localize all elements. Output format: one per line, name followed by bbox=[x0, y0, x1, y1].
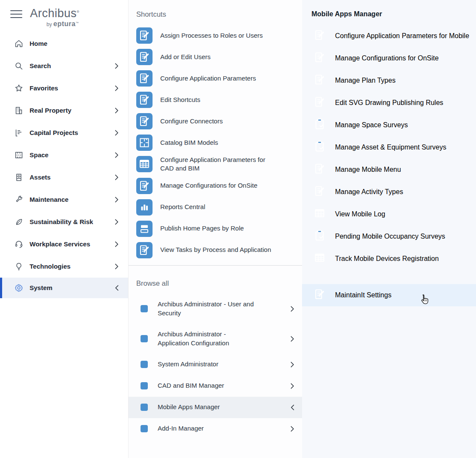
shortcut-item-label: Edit Shortcuts bbox=[160, 96, 200, 104]
edit-icon bbox=[311, 183, 328, 201]
sidebar-item[interactable]: Assets bbox=[0, 166, 128, 189]
sidebar-item[interactable]: Favorites bbox=[0, 77, 128, 99]
task-item-label: MaintainIt Settings bbox=[335, 291, 392, 299]
browse-item-label: Archibus Administrator - Application Con… bbox=[158, 330, 258, 347]
chevron-icon bbox=[290, 336, 294, 342]
sidebar-item[interactable]: Home bbox=[0, 33, 128, 55]
edit-icon bbox=[311, 72, 328, 90]
app-sidebar: Archibus® by eptura™ Home Search Favorit… bbox=[0, 0, 129, 458]
sidebar-item-label: Workplace Services bbox=[30, 240, 90, 248]
navigation-panel: Shortcuts Assign Processes to Roles or U… bbox=[129, 0, 302, 458]
sidebar-item[interactable]: Space bbox=[0, 144, 128, 166]
shortcut-item[interactable]: Configure Connectors bbox=[129, 111, 302, 132]
app-square-icon bbox=[141, 404, 148, 411]
menu-toggle-icon[interactable] bbox=[9, 9, 23, 20]
app-square-icon bbox=[141, 305, 148, 312]
browse-item[interactable]: CAD and BIM Manager bbox=[129, 375, 302, 397]
rows-icon bbox=[136, 221, 153, 237]
app-square-icon bbox=[141, 335, 148, 342]
task-item[interactable]: Edit SVG Drawing Publishing Rules bbox=[302, 92, 476, 114]
edit-icon bbox=[136, 178, 153, 194]
task-item-label: Manage Activity Types bbox=[335, 188, 403, 196]
search-icon bbox=[14, 61, 24, 71]
shortcut-item[interactable]: Publish Home Pages by Role bbox=[129, 218, 302, 239]
shortcut-item[interactable]: Reports Central bbox=[129, 197, 302, 218]
table-icon bbox=[136, 156, 153, 172]
edit-icon bbox=[136, 49, 153, 65]
task-item-label: Configure Application Parameters for Mob… bbox=[335, 32, 469, 40]
sidebar-item[interactable]: Real Property bbox=[0, 99, 128, 122]
task-item-label: Manage Configurations for OnSite bbox=[335, 54, 439, 62]
chevron-icon bbox=[115, 263, 119, 269]
edit-icon bbox=[136, 27, 153, 44]
sidebar-item-label: Search bbox=[30, 62, 51, 70]
shortcut-item[interactable]: Configure Application Parameters bbox=[129, 68, 302, 89]
home-icon bbox=[14, 39, 24, 48]
chevron-icon bbox=[290, 362, 294, 368]
shortcut-item-label: Configure Connectors bbox=[160, 117, 223, 126]
browse-item-label: Archibus Administrator - User and Securi… bbox=[158, 300, 258, 317]
task-item[interactable]: Manage Plan Types bbox=[302, 69, 476, 92]
shortcut-item[interactable]: Catalog BIM Models bbox=[129, 132, 302, 153]
sidebar-item[interactable]: Workplace Services bbox=[0, 233, 128, 255]
sidebar-item-label: Assets bbox=[30, 173, 51, 182]
sidebar-item[interactable]: System bbox=[0, 278, 128, 298]
task-item[interactable]: Manage Mobile Menu bbox=[302, 159, 476, 181]
sidebar-item[interactable]: Maintenance bbox=[0, 189, 128, 211]
task-item[interactable]: View Mobile Log bbox=[302, 203, 476, 225]
sidebar-item[interactable]: Sustainability & Risk bbox=[0, 211, 128, 233]
shortcuts-title: Shortcuts bbox=[136, 10, 302, 18]
browse-item[interactable]: Mobile Apps Manager bbox=[129, 397, 302, 418]
shortcut-item-label: Add or Edit Users bbox=[160, 53, 211, 61]
chevron-icon bbox=[115, 63, 119, 69]
shortcut-item[interactable]: Add or Edit Users bbox=[129, 46, 302, 68]
task-item-label: Manage Mobile Menu bbox=[335, 166, 401, 174]
edit-icon bbox=[311, 27, 328, 45]
chevron-icon bbox=[290, 426, 294, 432]
chevron-icon bbox=[115, 219, 119, 225]
edit-icon bbox=[136, 92, 153, 108]
task-item[interactable]: Manage Space Surveys bbox=[302, 114, 476, 136]
app-square-icon bbox=[141, 361, 148, 368]
task-item[interactable]: Pending Mobile Occupancy Surveys bbox=[302, 225, 476, 248]
sidebar-item-label: Favorites bbox=[30, 84, 58, 93]
shortcut-item-label: Manage Configurations for OnSite bbox=[160, 181, 257, 190]
apps-task-list: Configure Application Parameters for Mob… bbox=[302, 25, 476, 270]
browse-all-list: Archibus Administrator - User and Securi… bbox=[129, 294, 302, 440]
edit-icon bbox=[311, 49, 328, 67]
browse-all-title: Browse all bbox=[136, 279, 302, 287]
shortcut-item[interactable]: Configure Application Parameters for CAD… bbox=[129, 153, 302, 175]
browse-item[interactable]: Archibus Administrator - Application Con… bbox=[129, 324, 302, 354]
shortcut-item[interactable]: View Tasks by Process and Application bbox=[129, 239, 302, 261]
task-item[interactable]: Configure Application Parameters for Mob… bbox=[302, 25, 476, 47]
sidebar-item-label: Technologies bbox=[30, 262, 71, 271]
sidebar-item[interactable]: Technologies bbox=[0, 255, 128, 278]
sidebar-item[interactable]: Capital Projects bbox=[0, 122, 128, 144]
shortcut-item[interactable]: Assign Processes to Roles or Users bbox=[129, 25, 302, 46]
shortcut-item[interactable]: Edit Shortcuts bbox=[129, 89, 302, 111]
browse-item[interactable]: Add-In Manager bbox=[129, 418, 302, 440]
shortcut-item-label: Assign Processes to Roles or Users bbox=[160, 31, 263, 40]
shortcut-item[interactable]: Manage Configurations for OnSite bbox=[129, 175, 302, 197]
sidebar-item[interactable]: Search bbox=[0, 55, 128, 77]
task-item[interactable]: Manage Configurations for OnSite bbox=[302, 47, 476, 69]
chart-icon bbox=[136, 199, 153, 216]
sidebar-item-label: System bbox=[30, 284, 52, 292]
building-icon bbox=[14, 106, 24, 115]
edit-icon bbox=[136, 242, 153, 258]
gear-icon bbox=[14, 283, 24, 293]
task-item-maintainit-settings[interactable]: MaintainIt Settings bbox=[302, 284, 476, 306]
task-item[interactable]: Manage Activity Types bbox=[302, 181, 476, 203]
browse-item-label: Mobile Apps Manager bbox=[158, 403, 220, 411]
task-item[interactable]: Manage Asset & Equipment Surveys bbox=[302, 136, 476, 159]
browse-item-label: Add-In Manager bbox=[158, 424, 204, 433]
sidebar-item-label: Real Property bbox=[30, 106, 72, 115]
browse-item-label: CAD and BIM Manager bbox=[158, 381, 224, 390]
browse-item[interactable]: System Administrator bbox=[129, 354, 302, 375]
browse-item[interactable]: Archibus Administrator - User and Securi… bbox=[129, 294, 302, 324]
chevron-icon bbox=[290, 383, 294, 389]
shortcuts-list: Assign Processes to Roles or Users Add o… bbox=[129, 25, 302, 261]
task-item[interactable]: Track Mobile Devices Registration bbox=[302, 248, 476, 270]
table-icon bbox=[311, 205, 328, 223]
edit-icon bbox=[311, 161, 328, 179]
